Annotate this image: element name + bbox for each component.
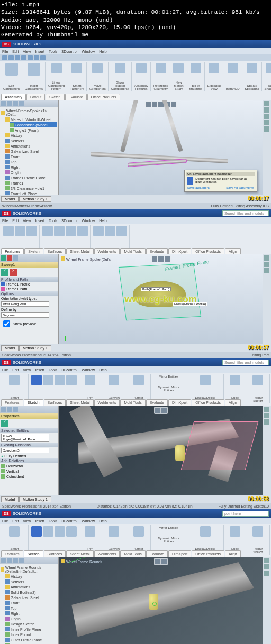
- explorer-icon[interactable]: [264, 571, 269, 576]
- menu-tools[interactable]: Tools: [49, 368, 57, 372]
- zoom-icon[interactable]: [152, 256, 157, 262]
- line-icon[interactable]: [31, 526, 42, 537]
- dimension-icon[interactable]: [9, 375, 20, 385]
- tree-item[interactable]: Concentric5 (Wheel...: [10, 122, 57, 127]
- tab-evaluate[interactable]: Evaluate: [146, 399, 168, 406]
- tree-item[interactable]: Angle1 (Front): [10, 127, 57, 133]
- new-icon[interactable]: [2, 55, 7, 60]
- tree-item[interactable]: Inner Profile Plane: [5, 627, 57, 632]
- feature-tree[interactable]: Wheel-Frame-Spoke<1> (Def... Mates in Wi…: [0, 100, 59, 195]
- tab-surfaces[interactable]: Surfaces: [44, 550, 66, 557]
- feature-tree[interactable]: Wheel Frame Rounds (Default<<Default... …: [0, 557, 59, 644]
- relations-list[interactable]: Coincident5: [1, 448, 49, 453]
- flyout-tree[interactable]: Wheel Frame Rounds: [61, 559, 102, 564]
- assembly-features-icon[interactable]: [136, 63, 147, 73]
- tree-item[interactable]: Front Left Plane: [5, 191, 57, 195]
- tab-sheetmetal[interactable]: Sheet Metal: [66, 248, 93, 254]
- rect-icon[interactable]: [43, 375, 53, 385]
- tab-evaluate[interactable]: Evaluate: [65, 94, 87, 100]
- 3d-viewport[interactable]: Un-Saved document notification Document …: [59, 100, 263, 195]
- snapshot-icon[interactable]: [266, 63, 271, 73]
- tab-mold[interactable]: Mold Tools: [120, 550, 145, 557]
- tab-sketch[interactable]: Sketch: [24, 550, 43, 557]
- 3d-viewport[interactable]: [59, 406, 263, 495]
- tree-item[interactable]: Solid Bodies(2): [5, 590, 57, 595]
- menu-3dcontrol[interactable]: 3Dcontrol: [61, 519, 77, 523]
- repair-icon[interactable]: [252, 375, 263, 385]
- tree-item[interactable]: Front: [5, 600, 57, 605]
- rebuild-icon[interactable]: [34, 55, 39, 60]
- tab-dimxpert[interactable]: DimXpert: [168, 550, 191, 557]
- tree-tab-icon[interactable]: [13, 101, 18, 106]
- tree-tab-icon[interactable]: [1, 558, 6, 563]
- tree-item[interactable]: History: [5, 133, 57, 138]
- tab-evaluate[interactable]: Evaluate: [146, 248, 168, 254]
- menu-file[interactable]: File: [2, 50, 8, 53]
- search-input[interactable]: Search files and models: [222, 210, 269, 216]
- tab-sketch[interactable]: Sketch: [24, 248, 43, 254]
- tree-item[interactable]: Frame1: [5, 180, 57, 186]
- tree-item[interactable]: Origin: [5, 170, 57, 175]
- menu-window[interactable]: Window: [82, 368, 95, 372]
- library-icon[interactable]: [264, 107, 269, 113]
- tree-item[interactable]: History: [5, 574, 57, 579]
- bom-icon[interactable]: [191, 63, 201, 73]
- reference-geometry-icon[interactable]: [156, 63, 166, 73]
- search-input[interactable]: Search files and models: [222, 360, 269, 365]
- tab-align[interactable]: Align: [225, 550, 241, 557]
- tree-tab-icon[interactable]: [13, 558, 18, 563]
- tab-assembly[interactable]: Assembly: [1, 94, 26, 100]
- menu-help[interactable]: Help: [99, 50, 106, 53]
- smart-fasteners-icon[interactable]: [71, 63, 82, 73]
- motion-study-icon[interactable]: [173, 63, 184, 73]
- open-icon[interactable]: [8, 55, 14, 60]
- menu-insert[interactable]: Insert: [35, 368, 44, 372]
- sweep-icon[interactable]: [26, 226, 37, 236]
- tab-sheetmetal[interactable]: Sheet Metal: [66, 399, 93, 406]
- exploded-view-icon[interactable]: [209, 63, 219, 73]
- menu-tools[interactable]: Tools: [49, 50, 57, 53]
- tree-item[interactable]: Sensors: [5, 138, 57, 143]
- menu-insert[interactable]: Insert: [35, 50, 44, 53]
- tab-surfaces[interactable]: Surfaces: [44, 399, 66, 406]
- preview-icon[interactable]: [13, 255, 18, 261]
- tree-item[interactable]: Right: [5, 611, 57, 616]
- undo-icon[interactable]: [28, 55, 33, 60]
- arc-icon[interactable]: [66, 526, 77, 537]
- explorer-icon[interactable]: [264, 268, 269, 273]
- tree-root[interactable]: Wheel-Frame-Spoke<1> (Def...: [1, 108, 57, 117]
- resources-icon[interactable]: [264, 407, 269, 412]
- tab-model[interactable]: Model: [1, 345, 19, 351]
- tree-item[interactable]: Mates in Windmill-Wheel...: [5, 117, 57, 122]
- path-field[interactable]: Frame1 Path: [0, 287, 58, 291]
- menu-insert[interactable]: Insert: [35, 219, 44, 223]
- menu-help[interactable]: Help: [99, 219, 106, 223]
- speedpak-icon[interactable]: [247, 63, 257, 73]
- menu-window[interactable]: Window: [82, 519, 95, 523]
- tab-dimxpert[interactable]: DimXpert: [168, 248, 191, 254]
- tab-weldments[interactable]: Weldments: [94, 399, 120, 406]
- tree-item[interactable]: Annotations: [5, 143, 57, 149]
- dimension-icon[interactable]: [9, 526, 20, 537]
- rotate-icon[interactable]: [158, 256, 164, 262]
- trim-icon[interactable]: [85, 375, 95, 385]
- offset-icon[interactable]: [133, 526, 144, 537]
- cut-icon[interactable]: [42, 226, 53, 236]
- rotate-icon[interactable]: [161, 408, 167, 413]
- menu-view[interactable]: View: [23, 219, 31, 223]
- tree-item[interactable]: Right: [5, 164, 57, 170]
- tree-tab-icon[interactable]: [7, 558, 12, 563]
- tree-tab-icon[interactable]: [1, 101, 6, 106]
- menu-file[interactable]: File: [2, 519, 8, 523]
- tab-mold[interactable]: Mold Tools: [120, 399, 145, 406]
- menu-view[interactable]: View: [23, 368, 31, 372]
- menu-3dcontrol[interactable]: 3Dcontrol: [61, 368, 77, 372]
- menu-help[interactable]: Help: [99, 519, 106, 523]
- rect-icon[interactable]: [43, 526, 53, 537]
- zoom-icon[interactable]: [155, 408, 160, 413]
- save-icon[interactable]: [15, 55, 20, 60]
- ok-button[interactable]: ✓: [1, 420, 8, 427]
- tab-align[interactable]: Align: [225, 399, 241, 406]
- cancel-button[interactable]: ✕: [10, 269, 17, 276]
- tab-weldments[interactable]: Weldments: [94, 248, 120, 254]
